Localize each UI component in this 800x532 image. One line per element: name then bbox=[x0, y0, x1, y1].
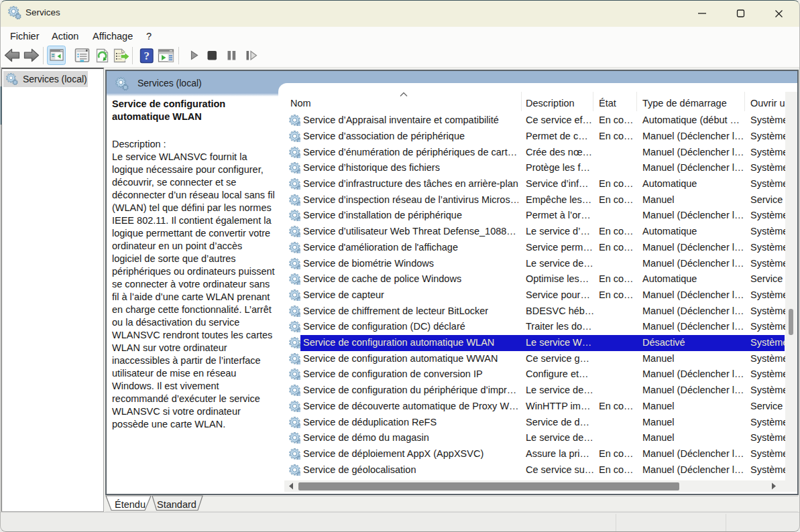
svg-text:?: ? bbox=[144, 50, 150, 62]
